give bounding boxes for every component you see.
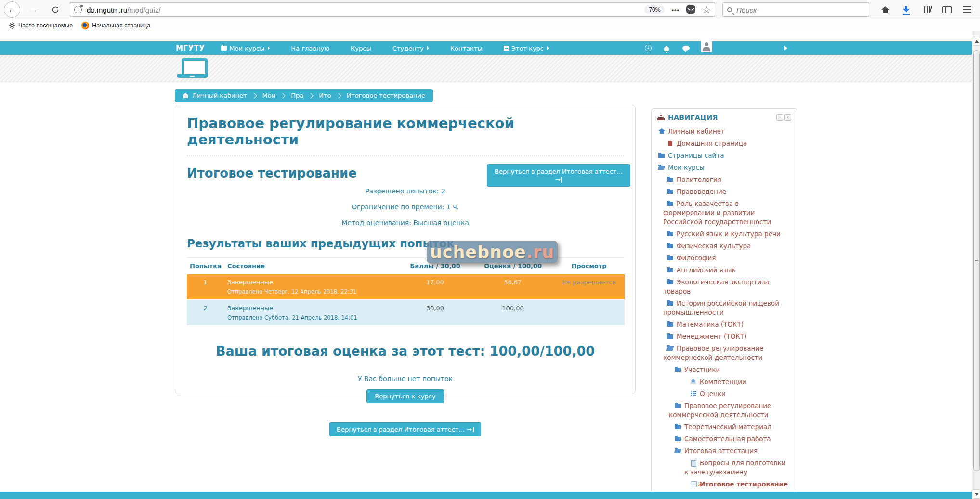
zoom-level-badge[interactable]: 70% (644, 5, 665, 14)
tree-item[interactable]: Философия (657, 254, 791, 263)
reload-icon (52, 6, 59, 13)
tree-item[interactable]: История российской пищевой промышленност… (657, 299, 791, 317)
download-icon (902, 6, 910, 13)
scrollbar-thumb[interactable] (973, 50, 980, 471)
vertical-scrollbar[interactable] (972, 31, 980, 499)
breadcrumb-item[interactable]: Ито (303, 92, 331, 99)
tree-item[interactable]: Домашняя страница (657, 139, 791, 148)
home-button[interactable] (878, 4, 892, 15)
sitemap-icon (657, 115, 665, 121)
tree-item[interactable]: Мои курсы (657, 163, 791, 172)
breadcrumb-item[interactable]: Пра (275, 92, 303, 99)
menu-item-label: На главную (291, 45, 329, 52)
dock-block-button[interactable]: ‹ (784, 114, 791, 121)
menu-item[interactable]: Мои курсы (221, 45, 270, 52)
page-info-icon[interactable]: i (74, 6, 82, 13)
tree-item-label: Русский язык и культура речи (677, 230, 781, 238)
menu-button[interactable] (960, 4, 974, 15)
tree-item[interactable]: Менеджмент (ТОКТ) (657, 332, 791, 341)
watermark-text: uchebnoe (430, 243, 526, 262)
breadcrumb-item[interactable]: Итоговое тестирование (331, 92, 425, 99)
thumb-grip (975, 259, 978, 260)
tree-item-icon (675, 448, 682, 454)
pocket-icon[interactable] (686, 5, 695, 14)
menu-item-label: Контакты (450, 45, 483, 52)
downloads-button[interactable] (900, 4, 913, 15)
browser-toolbar: ← → i do.mgutm.ru/mod/quiz/ 70% ••• ☆ По… (0, 0, 980, 19)
navbar-expand-button[interactable] (780, 44, 792, 52)
menu-item[interactable]: Контакты (450, 45, 483, 52)
quiz-info: Разрешено попыток: 2 Ограничение по врем… (187, 187, 624, 227)
tree-item[interactable]: Участники (657, 365, 791, 374)
tree-item[interactable]: Оценки (657, 389, 791, 398)
back-button[interactable]: ← (4, 1, 20, 18)
tree-item-label: Домашняя страница (677, 140, 747, 147)
back-to-course-button[interactable]: Вернуться к курсу (366, 389, 444, 403)
tree-item[interactable]: Вопросы для подготовки к зачету/экзамену (657, 459, 791, 477)
menu-item-icon (504, 46, 509, 51)
tree-item[interactable]: Личный кабинет (657, 127, 791, 136)
tree-item[interactable]: Теоретический материал (657, 422, 791, 432)
attempts-table: Попытка Состояние Баллы / 30,00 Оценка /… (187, 257, 625, 325)
menu-item[interactable]: Этот курс (504, 45, 549, 52)
library-button[interactable] (921, 4, 934, 15)
menu-item[interactable]: Курсы (351, 45, 371, 52)
search-input[interactable]: Поиск (722, 2, 869, 17)
tree-item[interactable]: Экологическая экспертиза товаров (657, 278, 791, 296)
tree-item[interactable]: Страницы сайта (657, 151, 791, 160)
chevron-down-icon (427, 46, 429, 50)
breadcrumb-item[interactable]: Личный кабинет (183, 92, 247, 99)
tree-item-label: Правовое регулирование коммерческой деят… (669, 402, 771, 419)
tree-item-icon (667, 279, 675, 285)
tree-item-icon (667, 243, 675, 249)
bookmark-star-icon[interactable]: ☆ (702, 5, 711, 14)
tree-item[interactable]: Итоговое тестирование (657, 480, 791, 489)
tree-item[interactable]: Правоведение (657, 187, 791, 196)
tree-item[interactable]: Политология (657, 175, 791, 184)
page-actions-icon[interactable]: ••• (671, 6, 679, 13)
messages-button[interactable] (680, 44, 692, 52)
tree-item[interactable]: Английский язык (657, 266, 791, 275)
tree-item[interactable]: Правовое регулирование коммерческой деят… (657, 401, 791, 420)
back-to-section-button-bottom[interactable]: Вернуться в раздел Итоговая аттест... (329, 422, 481, 436)
tree-item-label: Политология (677, 176, 721, 183)
col-review: Просмотр (553, 258, 625, 274)
sidebar-icon (942, 6, 952, 13)
breadcrumb-label: Мои (262, 92, 276, 99)
scroll-up-button[interactable] (973, 37, 980, 46)
url-bar[interactable]: i do.mgutm.ru/mod/quiz/ 70% ••• ☆ (70, 2, 715, 17)
url-text[interactable]: do.mgutm.ru/mod/quiz/ (87, 6, 160, 14)
bookmark-start-page[interactable]: Начальная страница (81, 22, 150, 29)
bookmark-frequently-visited[interactable]: Часто посещаемые (9, 22, 73, 29)
forward-button[interactable]: → (25, 1, 41, 18)
tree-item-label: Компетенции (700, 378, 746, 385)
tree-item[interactable]: Русский язык и культура речи (657, 230, 791, 239)
tree-item-icon (675, 403, 682, 409)
tree-item[interactable]: Компетенции (657, 377, 791, 386)
tree-item[interactable]: Самостоятельная работа (657, 435, 791, 444)
tree-item-label: Самостоятельная работа (684, 435, 771, 443)
tree-item[interactable]: Итоговая аттестация (657, 447, 791, 456)
scroll-down-button[interactable] (973, 489, 980, 499)
breadcrumb-item[interactable]: Мои (247, 92, 276, 99)
gear-icon (10, 24, 14, 27)
tree-item[interactable]: Роль казачества в формировании и развити… (657, 199, 791, 227)
search-icon (727, 7, 732, 12)
recent-activity-button[interactable]: ↓ (642, 44, 654, 52)
collapse-block-button[interactable]: − (776, 114, 783, 121)
site-brand[interactable]: МГУТУ (176, 44, 205, 52)
user-menu-button[interactable] (701, 42, 712, 51)
avatar (701, 41, 712, 52)
tree-item-icon (667, 333, 675, 339)
tree-item[interactable]: Физическая культура (657, 242, 791, 251)
sidebars-button[interactable] (940, 4, 954, 15)
tree-item[interactable]: Математика (ТОКТ) (657, 320, 791, 329)
back-to-section-button-top[interactable]: Вернуться в раздел Итоговая аттест... (487, 164, 630, 187)
tree-item[interactable]: Правовое регулирование коммерческой деят… (657, 344, 791, 362)
site-logo-laptop-icon[interactable] (177, 58, 207, 79)
menu-item[interactable]: На главную (291, 45, 329, 52)
main-content-card: Правовое регулирование коммерческой деят… (175, 105, 636, 394)
menu-item[interactable]: Студенту (392, 45, 429, 52)
reload-button[interactable] (47, 1, 64, 18)
notifications-button[interactable] (661, 44, 672, 52)
